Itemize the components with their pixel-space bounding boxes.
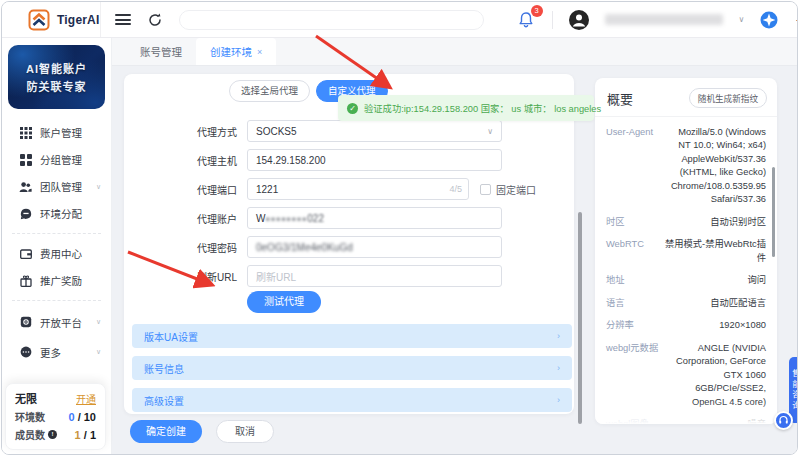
chevron-right-icon: › xyxy=(557,331,560,341)
password-blurred-value: 0eOG3/1Me4e0KuGd xyxy=(256,242,353,253)
notifications-button[interactable]: 3 xyxy=(516,10,536,30)
summary-scrollbar[interactable] xyxy=(772,167,775,257)
chevron-down-icon[interactable]: ∨ xyxy=(739,15,745,24)
user-email-blurred[interactable] xyxy=(605,14,723,25)
minimize-button[interactable]: — xyxy=(794,13,798,26)
section-version-ua[interactable]: 版本UA设置 › xyxy=(132,324,572,348)
notification-badge: 3 xyxy=(531,5,543,17)
env-count-label: 环境数 xyxy=(15,409,45,424)
more-icon xyxy=(19,346,32,359)
refresh-url-placeholder: 刷新URL xyxy=(256,269,296,284)
logo-zone: TigerAI xyxy=(2,2,101,37)
customer-service-button[interactable] xyxy=(774,411,793,430)
proxy-form: 代理方式 SOCKS5 ∨ 代理主机 代理端口 xyxy=(124,120,574,294)
summary-row: webgl元数据ANGLE (NVIDIA Corporation, GeFor… xyxy=(606,342,766,409)
proxy-password-label: 代理密码 xyxy=(197,240,247,255)
avatar[interactable] xyxy=(569,10,589,30)
tab-label: 账号管理 xyxy=(140,44,182,59)
chat-icon xyxy=(19,207,32,220)
user-icon xyxy=(569,10,589,30)
proxy-host-input[interactable] xyxy=(247,149,502,171)
chevron-right-icon: › xyxy=(557,395,560,405)
headset-icon xyxy=(778,415,789,426)
form-scrollbar[interactable] xyxy=(578,212,582,424)
refresh-url-input[interactable]: 刷新URL xyxy=(247,265,502,287)
divider xyxy=(12,300,101,301)
summary-row: User-AgentMozilla/5.0 (Windows NT 10.0; … xyxy=(606,126,766,207)
compass-icon[interactable] xyxy=(760,11,778,29)
sidebar-item-team[interactable]: 团队管理 ∨ xyxy=(2,173,111,200)
tab-label: 创建环境 xyxy=(210,44,252,59)
gift-icon xyxy=(19,274,32,287)
sidebar-item-open-platform[interactable]: 开放平台 ∨ xyxy=(2,307,111,337)
summary-row: WebRTC禁用模式-禁用WebRtc插件 xyxy=(606,238,766,265)
proxy-account-label: 代理账户 xyxy=(197,211,247,226)
member-count-label: 成员数! xyxy=(15,427,57,442)
account-visible-end: 022 xyxy=(307,213,324,224)
proxy-account-input[interactable]: W ●●●●●●●● 022 xyxy=(247,207,502,229)
platform-icon xyxy=(19,316,32,329)
fixed-port-checkbox[interactable]: 固定端口 xyxy=(480,182,536,197)
char-counter: 4/5 xyxy=(449,178,462,200)
env-count-value: 0 / 10 xyxy=(68,411,96,423)
cancel-button[interactable]: 取消 xyxy=(216,420,274,443)
summary-title: 概要 xyxy=(607,89,633,108)
proxy-port-label: 代理端口 xyxy=(197,182,247,197)
proxy-method-select[interactable]: SOCKS5 ∨ xyxy=(247,120,502,142)
sidebar-item-label: 分组管理 xyxy=(40,152,82,167)
search-input[interactable] xyxy=(179,10,484,30)
tigerai-logo-icon xyxy=(28,9,50,31)
support-tab-label: 售前咨询 xyxy=(790,369,799,411)
refresh-icon[interactable] xyxy=(147,12,163,28)
info-icon: ! xyxy=(48,430,57,439)
banner-line2: 防关联专家 xyxy=(27,78,87,94)
chevron-down-icon: ∨ xyxy=(96,318,101,326)
sidebar-item-more[interactable]: 更多 ∨ xyxy=(2,337,111,367)
proxy-password-input[interactable]: 0eOG3/1Me4e0KuGd xyxy=(247,236,502,258)
sidebar-item-groups[interactable]: 分组管理 xyxy=(2,146,111,173)
section-account-info[interactable]: 账号信息 › xyxy=(132,356,572,380)
test-proxy-button[interactable]: 测试代理 xyxy=(247,291,321,313)
summary-row: 分辨率1920×1080 xyxy=(606,319,766,332)
sidebar-item-accounts[interactable]: 账户管理 xyxy=(2,119,111,146)
sidebar-item-referral[interactable]: 推广奖励 xyxy=(2,267,111,294)
tab-close-icon[interactable]: × xyxy=(257,47,262,57)
chevron-down-icon: ∨ xyxy=(96,183,101,191)
chevron-down-icon: ∨ xyxy=(96,348,101,356)
account-visible-start: W xyxy=(256,213,265,224)
sidebar-banner: AI智能账户 防关联专家 xyxy=(8,45,105,109)
checkbox-icon[interactable] xyxy=(480,184,491,195)
tab-account-management[interactable]: 账号管理 xyxy=(126,38,196,65)
summary-row: webgl图像噪音 xyxy=(606,418,766,424)
summary-row: 语言自动匹配语言 xyxy=(606,297,766,310)
upgrade-link[interactable]: 开通 xyxy=(76,391,96,406)
global-proxy-pill[interactable]: 选择全局代理 xyxy=(229,80,310,102)
member-count-value: 1 / 1 xyxy=(75,429,96,441)
topbar: TigerAI 3 xyxy=(2,2,797,38)
app-title: TigerAI xyxy=(57,13,100,27)
sidebar-item-billing[interactable]: 费用中心 xyxy=(2,240,111,267)
footer-buttons: 确定创建 取消 xyxy=(130,420,274,443)
sidebar-item-label: 账户管理 xyxy=(40,125,82,140)
summary-row: 地址询问 xyxy=(606,274,766,287)
sidebar-item-label: 团队管理 xyxy=(40,179,82,194)
sidebar-item-label: 推广奖励 xyxy=(40,273,82,288)
confirm-create-button[interactable]: 确定创建 xyxy=(130,420,202,443)
account-blurred-part: ●●●●●●●● xyxy=(265,215,307,222)
sidebar-item-env-allocation[interactable]: 环境分配 xyxy=(2,200,111,227)
summary-panel: 概要 随机生成新指纹 User-AgentMozilla/5.0 (Window… xyxy=(595,78,777,424)
toast-text: 验证成功:ip:154.29.158.200 国家： us 城市： los an… xyxy=(364,101,601,115)
section-advanced[interactable]: 高级设置 › xyxy=(132,388,572,412)
tab-create-environment[interactable]: 创建环境 × xyxy=(196,38,276,65)
section-label: 高级设置 xyxy=(144,393,184,408)
section-label: 账号信息 xyxy=(144,361,184,376)
divider xyxy=(12,233,101,234)
sidebar: AI智能账户 防关联专家 账户管理 分组管理 xyxy=(2,38,112,454)
summary-row: 时区自动识别时区 xyxy=(606,216,766,229)
topbar-main: 3 ∨ — × xyxy=(101,2,798,37)
banner-line1: AI智能账户 xyxy=(26,60,87,76)
proxy-port-input[interactable] xyxy=(247,178,469,200)
proxy-method-label: 代理方式 xyxy=(197,124,247,139)
regenerate-fingerprint-button[interactable]: 随机生成新指纹 xyxy=(689,88,767,108)
hamburger-menu-icon[interactable] xyxy=(115,14,131,25)
